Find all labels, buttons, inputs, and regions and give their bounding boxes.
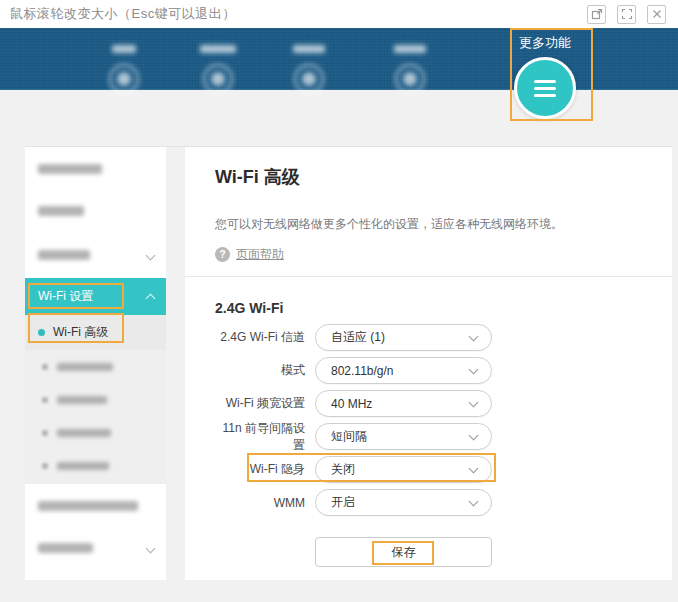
form-row-channel: 2.4G Wi-Fi 信道 自适应 (1) [215,321,492,354]
wmm-select[interactable]: 开启 [315,489,492,516]
sidebar-subitem-blurred-1[interactable] [25,350,166,383]
nav-label-blurred [112,45,136,53]
sidebar-submenu: Wi-Fi 高级 [25,315,166,484]
nav-item-blurred-1[interactable] [94,39,154,94]
form-row-bandwidth: Wi-Fi 频宽设置 40 MHz [215,387,492,420]
wifi-icon-blurred [294,64,324,94]
guard-interval-select[interactable]: 短间隔 [315,423,492,450]
more-functions-label: 更多功能 [519,35,571,50]
sidebar-item-label: Wi-Fi 设置 [38,288,93,305]
chevron-down-icon [469,398,479,408]
sidebar-item-wifi-settings[interactable]: Wi-Fi 设置 [25,278,166,315]
select-value: 短间隔 [316,428,367,445]
channel-select[interactable]: 自适应 (1) [315,324,492,351]
bandwidth-select[interactable]: 40 MHz [315,390,492,417]
sidebar-item-blurred-3[interactable] [25,232,166,278]
sidebar-item-wifi-advanced[interactable]: Wi-Fi 高级 [25,315,166,350]
close-icon [651,8,663,20]
help-link-label: 页面帮助 [236,246,284,263]
select-value: 开启 [316,494,355,511]
field-label: 模式 [215,362,305,379]
user-icon-blurred [395,64,425,94]
save-button[interactable]: 保存 [315,537,492,567]
chevron-down-icon [469,365,479,375]
fullscreen-icon [621,8,633,20]
nav-item-blurred-3[interactable] [279,39,339,94]
sidebar-item-blurred-6[interactable] [25,528,166,568]
chevron-down-icon [469,497,479,507]
wifi-form: 2.4G Wi-Fi 信道 自适应 (1) 模式 802.11b/g/n Wi-… [215,321,492,519]
nav-label-blurred [200,45,236,53]
chevron-down-icon [146,250,156,260]
form-row-guard-interval: 11n 前导间隔设置 短间隔 [215,420,492,453]
close-button[interactable] [647,5,666,24]
page-description: 您可以对无线网络做更多个性化的设置，适应各种无线网络环境。 [215,216,563,233]
main-content: Wi-Fi 高级 您可以对无线网络做更多个性化的设置，适应各种无线网络环境。 ?… [185,147,672,580]
window-titlebar: 鼠标滚轮改变大小（Esc键可以退出） [0,0,678,28]
field-label: 2.4G Wi-Fi 信道 [215,329,305,346]
nav-label-blurred [394,45,426,53]
popout-icon [591,8,603,20]
help-icon: ? [215,247,230,262]
wifi-hidden-select[interactable]: 关闭 [315,456,492,483]
field-label: Wi-Fi 隐身 [215,461,305,478]
form-row-wifi-hidden: Wi-Fi 隐身 关闭 [215,453,492,486]
form-row-wmm: WMM 开启 [215,486,492,519]
more-functions-label-wrap: 更多功能 [505,33,585,52]
chevron-down-icon [469,464,479,474]
section-title: 2.4G Wi-Fi [215,300,283,316]
select-value: 自适应 (1) [316,329,385,346]
top-navbar: 更多功能 [0,28,678,90]
chevron-down-icon [469,332,479,342]
field-label: 11n 前导间隔设置 [215,420,305,454]
popout-button[interactable] [587,5,606,24]
chevron-down-icon [146,543,156,553]
sidebar-subitem-label: Wi-Fi 高级 [53,324,108,341]
sidebar: Wi-Fi 设置 Wi-Fi 高级 [25,147,166,580]
home-icon-blurred [109,64,139,94]
field-label: Wi-Fi 频宽设置 [215,395,305,412]
select-value: 关闭 [316,461,355,478]
save-button-label: 保存 [392,544,416,561]
page-title: Wi-Fi 高级 [215,165,300,189]
sidebar-item-blurred-1[interactable] [25,147,166,190]
more-functions-button[interactable] [514,57,576,119]
select-value: 802.11b/g/n [316,364,394,378]
chevron-down-icon [469,431,479,441]
field-label: WMM [215,496,305,510]
form-row-mode: 模式 802.11b/g/n [215,354,492,387]
sidebar-subitem-blurred-4[interactable] [25,449,166,482]
page-help-link[interactable]: ? 页面帮助 [215,246,284,263]
sidebar-item-blurred-2[interactable] [25,190,166,232]
select-value: 40 MHz [316,397,372,411]
hamburger-icon [534,80,556,83]
chevron-up-icon [146,294,156,304]
nav-icon-blurred [203,64,233,94]
section-divider [185,276,672,277]
sidebar-item-blurred-5[interactable] [25,484,166,528]
fullscreen-button[interactable] [617,5,636,24]
sidebar-subitem-blurred-2[interactable] [25,383,166,416]
sidebar-subitem-blurred-3[interactable] [25,416,166,449]
active-bullet-icon [38,329,45,336]
window-title: 鼠标滚轮改变大小（Esc键可以退出） [10,5,236,23]
window-controls [587,5,668,24]
nav-item-blurred-2[interactable] [188,39,248,94]
mode-select[interactable]: 802.11b/g/n [315,357,492,384]
nav-label-blurred [293,45,325,53]
nav-item-blurred-4[interactable] [380,39,440,94]
